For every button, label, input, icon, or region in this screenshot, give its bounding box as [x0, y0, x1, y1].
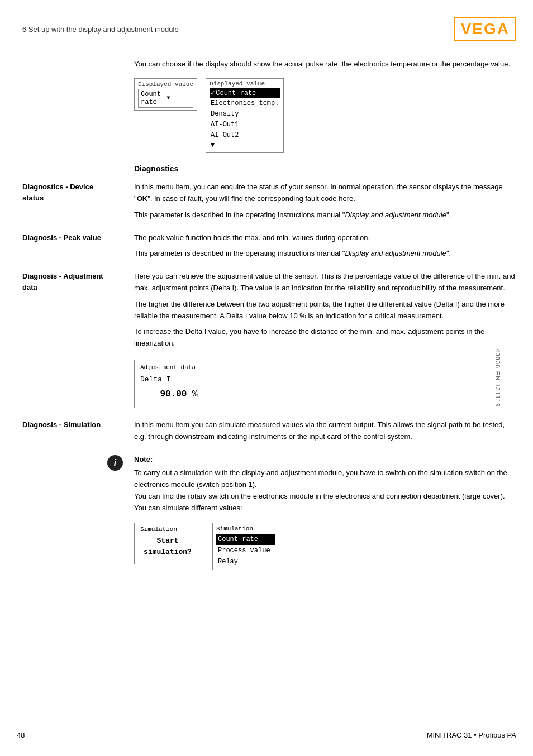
section-body-device-status: In this menu item, you can enquire the s…	[134, 181, 516, 221]
sim-box2-header: Simulation	[216, 525, 275, 532]
footer-product: MINITRAC 31 • Profibus PA	[427, 731, 516, 739]
note-title: Note:	[134, 454, 516, 466]
section-diagnostics-device-status: Diagnostics - Device status In this menu…	[22, 181, 516, 221]
adjustment-data-box: Adjustment data Delta I 90.00 %	[134, 360, 223, 408]
page-container: 6 Set up with the display and adjustment…	[0, 0, 533, 756]
box1-header: Displayed value	[138, 81, 193, 88]
simulation-para1: In this menu item you can simulate measu…	[134, 419, 516, 443]
page-footer: 48 MINITRAC 31 • Profibus PA	[0, 725, 533, 745]
adj-data-para1: Here you can retrieve the adjustment val…	[134, 271, 516, 294]
checkmark-icon: ✓	[211, 89, 215, 97]
menu-item-density[interactable]: Density	[210, 109, 280, 119]
section-diagnosis-adjustment-data: Diagnosis - Adjustment data Here you can…	[22, 271, 516, 408]
logo-container: VEGA	[454, 17, 516, 41]
header-title: 6 Set up with the display and adjustment…	[22, 25, 179, 34]
adj-box-subtitle: Delta I	[140, 374, 217, 386]
section-label-simulation: Diagnosis - Simulation	[22, 419, 134, 443]
peak-value-para1: The peak value function holds the max. a…	[134, 232, 516, 244]
section-label-adjustment-data: Diagnosis - Adjustment data	[22, 271, 134, 408]
note-para2: You can find the rotary switch on the el…	[134, 491, 516, 503]
document-number: 43836-EN-131119	[495, 349, 502, 408]
note-para3: You can simulate different values:	[134, 503, 516, 514]
peak-value-para2: This parameter is described in the opera…	[134, 248, 516, 260]
logo-box: VEGA	[454, 17, 516, 41]
sim-menu-item-relay[interactable]: Relay	[216, 556, 275, 567]
displayed-value-box2: Displayed value ✓Count rate Electronics …	[206, 78, 284, 154]
menu-item-ai-out2[interactable]: AI-Out2	[210, 130, 280, 141]
box1-value-text: Count rate	[141, 90, 165, 106]
note-body: Note: To carry out a simulation with the…	[134, 454, 516, 514]
page-header: 6 Set up with the display and adjustment…	[0, 11, 533, 47]
footer-page-number: 48	[17, 731, 25, 739]
adj-data-para2: The higher the difference between the tw…	[134, 299, 516, 322]
note-row: i Note: To carry out a simulation with t…	[22, 454, 516, 514]
device-status-para1: In this menu item, you can enquire the s…	[134, 181, 516, 205]
section-label-peak-value: Diagnosis - Peak value	[22, 232, 134, 260]
box2-header: Displayed value	[210, 80, 280, 87]
intro-text: You can choose if the display should sho…	[134, 59, 516, 70]
sim-box1-header: Simulation	[140, 526, 195, 533]
adj-data-para3: To increase the Delta I value, you have …	[134, 326, 516, 350]
box1-value[interactable]: Count rate ▼	[138, 89, 193, 108]
simulation-box2: Simulation Count rate Process value Rela…	[212, 523, 279, 570]
note-icon-col: i	[22, 454, 134, 471]
displayed-value-ui-row: Displayed value Count rate ▼ Displayed v…	[134, 78, 516, 154]
menu-item-more: ▼	[210, 140, 280, 151]
main-content: You can choose if the display should sho…	[0, 59, 533, 570]
simulation-boxes-row: Simulation Start simulation? Simulation …	[134, 523, 516, 570]
section-body-simulation: In this menu item you can simulate measu…	[134, 419, 516, 443]
section-diagnosis-peak-value: Diagnosis - Peak value The peak value fu…	[22, 232, 516, 260]
section-body-peak-value: The peak value function holds the max. a…	[134, 232, 516, 260]
section-label-device-status: Diagnostics - Device status	[22, 181, 134, 221]
menu-item-count-rate[interactable]: ✓Count rate	[210, 88, 280, 99]
displayed-value-box1: Displayed value Count rate ▼	[134, 78, 197, 111]
sim-menu-item-count-rate[interactable]: Count rate	[216, 534, 275, 545]
sim-box1-content: Start simulation?	[140, 535, 195, 559]
section-body-adjustment-data: Here you can retrieve the adjustment val…	[134, 271, 516, 408]
note-para1: To carry out a simulation with the displ…	[134, 467, 516, 491]
dropdown-arrow-icon: ▼	[167, 95, 191, 101]
diagnostics-heading: Diagnostics	[134, 164, 516, 173]
sim-menu-item-process-value[interactable]: Process value	[216, 545, 275, 556]
menu-item-ai-out1[interactable]: AI-Out1	[210, 119, 280, 130]
section-diagnosis-simulation: Diagnosis - Simulation In this menu item…	[22, 419, 516, 443]
device-status-para2: This parameter is described in the opera…	[134, 209, 516, 221]
simulation-box1: Simulation Start simulation?	[134, 523, 201, 565]
menu-item-electronics-temp[interactable]: Electronics temp.	[210, 98, 280, 109]
adj-box-value: 90.00 %	[140, 387, 217, 402]
adj-box-title: Adjustment data	[140, 363, 217, 373]
logo: VEGA	[461, 20, 510, 37]
note-info-icon: i	[107, 455, 123, 471]
